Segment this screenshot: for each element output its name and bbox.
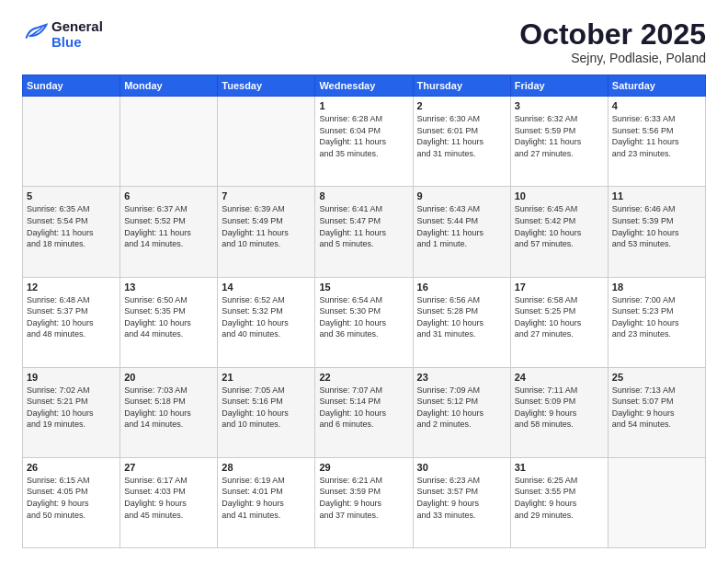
weekday-header-row: SundayMondayTuesdayWednesdayThursdayFrid…	[23, 75, 706, 97]
day-number: 23	[417, 372, 506, 383]
day-number: 31	[515, 462, 604, 473]
day-number: 5	[27, 190, 116, 201]
calendar-cell: 19Sunrise: 7:02 AMSunset: 5:21 PMDayligh…	[23, 367, 120, 457]
day-info: Sunrise: 7:05 AMSunset: 5:16 PMDaylight:…	[222, 385, 311, 431]
day-info: Sunrise: 6:28 AMSunset: 6:04 PMDaylight:…	[319, 113, 408, 159]
day-number: 20	[124, 372, 213, 383]
day-info: Sunrise: 6:39 AMSunset: 5:49 PMDaylight:…	[222, 203, 311, 249]
day-info: Sunrise: 6:21 AMSunset: 3:59 PMDaylight:…	[319, 475, 408, 521]
day-number: 10	[515, 190, 604, 201]
weekday-saturday: Saturday	[608, 75, 705, 97]
title-block: October 2025 Sejny, Podlasie, Poland	[519, 18, 706, 65]
day-number: 26	[27, 462, 116, 473]
day-info: Sunrise: 6:45 AMSunset: 5:42 PMDaylight:…	[515, 203, 604, 249]
weekday-tuesday: Tuesday	[218, 75, 315, 97]
day-number: 30	[417, 462, 506, 473]
logo-text: General Blue	[51, 18, 103, 51]
calendar-cell: 9Sunrise: 6:43 AMSunset: 5:44 PMDaylight…	[413, 187, 510, 277]
day-info: Sunrise: 6:54 AMSunset: 5:30 PMDaylight:…	[319, 294, 408, 340]
day-number: 12	[27, 282, 116, 293]
calendar-cell: 22Sunrise: 7:07 AMSunset: 5:14 PMDayligh…	[315, 367, 413, 457]
day-info: Sunrise: 6:58 AMSunset: 5:25 PMDaylight:…	[515, 294, 604, 340]
calendar-cell: 16Sunrise: 6:56 AMSunset: 5:28 PMDayligh…	[413, 277, 510, 367]
calendar-cell: 3Sunrise: 6:32 AMSunset: 5:59 PMDaylight…	[510, 97, 608, 187]
day-number: 6	[124, 190, 213, 201]
week-row-1: 1Sunrise: 6:28 AMSunset: 6:04 PMDaylight…	[23, 97, 706, 187]
calendar-cell	[608, 457, 705, 547]
calendar-table: SundayMondayTuesdayWednesdayThursdayFrid…	[22, 75, 706, 548]
weekday-friday: Friday	[510, 75, 608, 97]
day-number: 4	[612, 100, 701, 111]
day-info: Sunrise: 7:13 AMSunset: 5:07 PMDaylight:…	[612, 385, 701, 431]
day-number: 21	[222, 372, 311, 383]
calendar-cell: 25Sunrise: 7:13 AMSunset: 5:07 PMDayligh…	[608, 367, 705, 457]
day-info: Sunrise: 6:46 AMSunset: 5:39 PMDaylight:…	[612, 203, 701, 249]
calendar-cell: 21Sunrise: 7:05 AMSunset: 5:16 PMDayligh…	[218, 367, 315, 457]
day-number: 16	[417, 282, 506, 293]
day-info: Sunrise: 6:37 AMSunset: 5:52 PMDaylight:…	[124, 203, 213, 249]
day-info: Sunrise: 6:23 AMSunset: 3:57 PMDaylight:…	[417, 475, 506, 521]
day-info: Sunrise: 6:19 AMSunset: 4:01 PMDaylight:…	[222, 475, 311, 521]
calendar-cell: 6Sunrise: 6:37 AMSunset: 5:52 PMDaylight…	[120, 187, 218, 277]
calendar-cell: 29Sunrise: 6:21 AMSunset: 3:59 PMDayligh…	[315, 457, 413, 547]
day-number: 28	[222, 462, 311, 473]
calendar-cell: 20Sunrise: 7:03 AMSunset: 5:18 PMDayligh…	[120, 367, 218, 457]
day-info: Sunrise: 7:07 AMSunset: 5:14 PMDaylight:…	[319, 385, 408, 431]
week-row-3: 12Sunrise: 6:48 AMSunset: 5:37 PMDayligh…	[23, 277, 706, 367]
calendar-cell: 27Sunrise: 6:17 AMSunset: 4:03 PMDayligh…	[120, 457, 218, 547]
day-number: 7	[222, 190, 311, 201]
logo-icon	[22, 23, 48, 45]
day-number: 14	[222, 282, 311, 293]
day-info: Sunrise: 6:48 AMSunset: 5:37 PMDaylight:…	[27, 294, 116, 340]
calendar-cell	[120, 97, 218, 187]
day-number: 22	[319, 372, 408, 383]
calendar-cell: 23Sunrise: 7:09 AMSunset: 5:12 PMDayligh…	[413, 367, 510, 457]
calendar-cell: 5Sunrise: 6:35 AMSunset: 5:54 PMDaylight…	[23, 187, 120, 277]
page: General Blue October 2025 Sejny, Podlasi…	[0, 0, 728, 563]
calendar-cell: 30Sunrise: 6:23 AMSunset: 3:57 PMDayligh…	[413, 457, 510, 547]
calendar-cell: 18Sunrise: 7:00 AMSunset: 5:23 PMDayligh…	[608, 277, 705, 367]
calendar-cell: 8Sunrise: 6:41 AMSunset: 5:47 PMDaylight…	[315, 187, 413, 277]
day-info: Sunrise: 6:43 AMSunset: 5:44 PMDaylight:…	[417, 203, 506, 249]
weekday-monday: Monday	[120, 75, 218, 97]
day-number: 18	[612, 282, 701, 293]
calendar-cell: 17Sunrise: 6:58 AMSunset: 5:25 PMDayligh…	[510, 277, 608, 367]
day-info: Sunrise: 6:33 AMSunset: 5:56 PMDaylight:…	[612, 113, 701, 159]
calendar-cell: 12Sunrise: 6:48 AMSunset: 5:37 PMDayligh…	[23, 277, 120, 367]
calendar-cell	[218, 97, 315, 187]
day-number: 1	[319, 100, 408, 111]
calendar-cell: 26Sunrise: 6:15 AMSunset: 4:05 PMDayligh…	[23, 457, 120, 547]
day-number: 11	[612, 190, 701, 201]
day-info: Sunrise: 6:50 AMSunset: 5:35 PMDaylight:…	[124, 294, 213, 340]
week-row-4: 19Sunrise: 7:02 AMSunset: 5:21 PMDayligh…	[23, 367, 706, 457]
calendar-cell	[23, 97, 120, 187]
day-number: 3	[515, 100, 604, 111]
month-title: October 2025	[519, 18, 706, 51]
day-number: 15	[319, 282, 408, 293]
calendar-cell: 1Sunrise: 6:28 AMSunset: 6:04 PMDaylight…	[315, 97, 413, 187]
day-info: Sunrise: 6:32 AMSunset: 5:59 PMDaylight:…	[515, 113, 604, 159]
calendar-cell: 14Sunrise: 6:52 AMSunset: 5:32 PMDayligh…	[218, 277, 315, 367]
day-number: 24	[515, 372, 604, 383]
calendar-cell: 7Sunrise: 6:39 AMSunset: 5:49 PMDaylight…	[218, 187, 315, 277]
day-number: 13	[124, 282, 213, 293]
calendar-cell: 31Sunrise: 6:25 AMSunset: 3:55 PMDayligh…	[510, 457, 608, 547]
calendar-cell: 24Sunrise: 7:11 AMSunset: 5:09 PMDayligh…	[510, 367, 608, 457]
logo: General Blue	[22, 18, 103, 51]
day-info: Sunrise: 6:17 AMSunset: 4:03 PMDaylight:…	[124, 475, 213, 521]
day-info: Sunrise: 6:41 AMSunset: 5:47 PMDaylight:…	[319, 203, 408, 249]
calendar-cell: 15Sunrise: 6:54 AMSunset: 5:30 PMDayligh…	[315, 277, 413, 367]
day-info: Sunrise: 6:15 AMSunset: 4:05 PMDaylight:…	[27, 475, 116, 521]
day-number: 17	[515, 282, 604, 293]
calendar-cell: 11Sunrise: 6:46 AMSunset: 5:39 PMDayligh…	[608, 187, 705, 277]
day-info: Sunrise: 6:35 AMSunset: 5:54 PMDaylight:…	[27, 203, 116, 249]
day-info: Sunrise: 7:02 AMSunset: 5:21 PMDaylight:…	[27, 385, 116, 431]
calendar-cell: 13Sunrise: 6:50 AMSunset: 5:35 PMDayligh…	[120, 277, 218, 367]
day-info: Sunrise: 6:52 AMSunset: 5:32 PMDaylight:…	[222, 294, 311, 340]
week-row-5: 26Sunrise: 6:15 AMSunset: 4:05 PMDayligh…	[23, 457, 706, 547]
header: General Blue October 2025 Sejny, Podlasi…	[22, 18, 706, 65]
calendar-cell: 10Sunrise: 6:45 AMSunset: 5:42 PMDayligh…	[510, 187, 608, 277]
weekday-sunday: Sunday	[23, 75, 120, 97]
day-number: 19	[27, 372, 116, 383]
location-subtitle: Sejny, Podlasie, Poland	[519, 51, 706, 65]
